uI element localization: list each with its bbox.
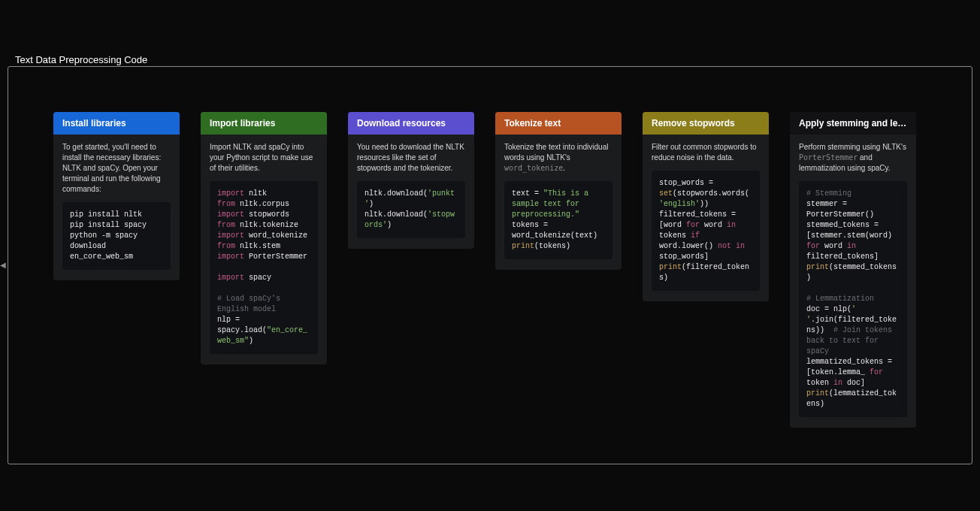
page-title: Text Data Preprocessing Code	[15, 54, 147, 65]
card-stemming-lemmatization[interactable]: Apply stemming and lemmatization Perform…	[790, 112, 916, 428]
card-header: Install libraries	[53, 112, 180, 135]
code-block: text = "This is a sample text for prepro…	[504, 181, 612, 259]
main-panel: Install libraries To get started, you'll…	[8, 66, 972, 464]
card-body: You need to download the NLTK resources …	[348, 135, 474, 249]
card-description: Filter out common stopwords to reduce no…	[652, 142, 760, 163]
card-header: Remove stopwords	[643, 112, 769, 135]
card-import-libraries[interactable]: Import libraries Import NLTK and spaCy i…	[201, 112, 327, 364]
card-body: Filter out common stopwords to reduce no…	[643, 135, 769, 301]
card-download-resources[interactable]: Download resources You need to download …	[348, 112, 474, 249]
card-description: You need to download the NLTK resources …	[357, 142, 465, 174]
code-block: import nltk from nltk.corpus import stop…	[210, 181, 318, 354]
card-tokenize-text[interactable]: Tokenize text Tokenize the text into ind…	[495, 112, 622, 270]
code-block: stop_words = set(stopwords.words('englis…	[652, 171, 760, 291]
card-body: Tokenize the text into individual words …	[495, 135, 622, 270]
card-header: Download resources	[348, 112, 474, 135]
card-install-libraries[interactable]: Install libraries To get started, you'll…	[53, 112, 180, 280]
card-body: Perform stemming using NLTK's PorterStem…	[790, 135, 916, 428]
card-body: To get started, you'll need to install t…	[53, 135, 180, 280]
card-description: Import NLTK and spaCy into your Python s…	[210, 142, 318, 174]
card-description: Perform stemming using NLTK's PorterStem…	[799, 142, 907, 174]
card-header: Import libraries	[201, 112, 327, 135]
code-block: # Stemming stemmer = PorterStemmer() ste…	[799, 181, 907, 417]
card-description: To get started, you'll need to install t…	[62, 142, 171, 195]
card-remove-stopwords[interactable]: Remove stopwords Filter out common stopw…	[643, 112, 769, 301]
card-description: Tokenize the text into individual words …	[504, 142, 612, 174]
card-body: Import NLTK and spaCy into your Python s…	[201, 135, 327, 364]
card-header: Tokenize text	[495, 112, 622, 135]
code-block: nltk.download('punkt') nltk.download('st…	[357, 181, 465, 238]
cards-row: Install libraries To get started, you'll…	[53, 112, 927, 428]
card-header: Apply stemming and lemmatization	[790, 112, 916, 135]
left-resize-handle[interactable]: ◀	[0, 261, 6, 268]
code-block: pip install nltk pip install spacy pytho…	[62, 202, 171, 270]
